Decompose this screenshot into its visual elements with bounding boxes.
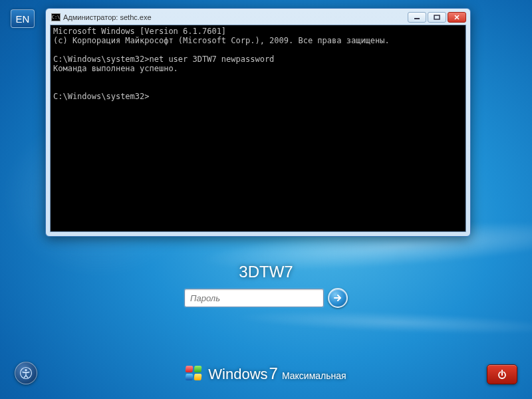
titlebar[interactable]: C:\ Администратор: sethc.exe bbox=[50, 13, 466, 25]
close-button[interactable] bbox=[448, 12, 466, 23]
window-title: Администратор: sethc.exe bbox=[63, 13, 405, 21]
password-input[interactable] bbox=[184, 289, 324, 307]
brand-product: Windows bbox=[208, 366, 267, 383]
minimize-button[interactable] bbox=[408, 12, 426, 23]
command-prompt-window[interactable]: C:\ Администратор: sethc.exe Microsoft W… bbox=[45, 8, 471, 237]
windows-logo-icon bbox=[186, 366, 203, 382]
bg-streak bbox=[233, 307, 532, 338]
username-label: 3DTW7 bbox=[239, 263, 293, 281]
maximize-button[interactable] bbox=[428, 12, 446, 23]
login-area: 3DTW7 bbox=[0, 263, 532, 308]
cmd-icon: C:\ bbox=[51, 13, 61, 21]
svg-rect-1 bbox=[434, 15, 440, 19]
submit-button[interactable] bbox=[328, 288, 348, 308]
terminal-output[interactable]: Microsoft Windows [Version 6.1.7601] (c)… bbox=[50, 25, 466, 232]
brand-edition: Максимальная bbox=[282, 370, 346, 381]
language-indicator[interactable]: EN bbox=[11, 9, 35, 28]
brand-version: 7 bbox=[269, 364, 278, 383]
power-button[interactable] bbox=[487, 364, 517, 384]
branding: Windows7 Максимальная bbox=[0, 364, 532, 383]
